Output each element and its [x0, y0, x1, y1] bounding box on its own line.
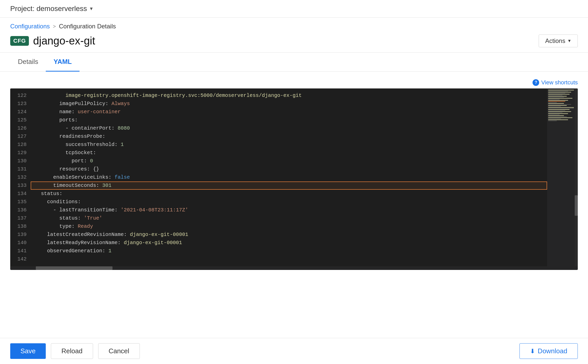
- project-label: Project: demoserverless: [10, 5, 87, 13]
- code-line-127: readinessProbe:: [31, 132, 547, 141]
- tab-yaml[interactable]: YAML: [46, 53, 79, 72]
- breadcrumb-link-configurations[interactable]: Configurations: [10, 23, 50, 30]
- ln-141: 141: [10, 247, 31, 255]
- code-line-123: imagePullPolicy: Always: [31, 100, 547, 108]
- bottom-left-actions: Save Reload Cancel: [10, 343, 140, 359]
- ln-134: 134: [10, 190, 31, 198]
- minimap: [547, 88, 578, 266]
- code-lines: image-registry.openshift-image-registry.…: [31, 88, 547, 266]
- ln-142: 142: [10, 255, 31, 263]
- code-line-141: observedGeneration: 1: [31, 247, 547, 255]
- page-title-row: CFG django-ex-git Actions ▼: [0, 32, 588, 53]
- ln-137: 137: [10, 214, 31, 222]
- ln-136: 136: [10, 206, 31, 214]
- code-line-124: name: user-container: [31, 108, 547, 116]
- top-bar: Project: demoserverless ▼: [0, 0, 588, 18]
- code-line-137: status: 'True': [31, 214, 547, 222]
- breadcrumb: Configurations > Configuration Details: [0, 18, 588, 32]
- project-selector[interactable]: Project: demoserverless ▼: [10, 5, 94, 13]
- h-scrollbar-thumb[interactable]: [36, 266, 112, 270]
- code-content: 122 123 124 125 126 127 128 129 130 131 …: [10, 88, 578, 266]
- tabs-row: Details YAML: [0, 53, 588, 72]
- code-line-138: type: Ready: [31, 222, 547, 231]
- code-line-142: [31, 255, 547, 263]
- code-line-128: successThreshold: 1: [31, 141, 547, 149]
- cancel-button[interactable]: Cancel: [98, 343, 140, 359]
- ln-131: 131: [10, 165, 31, 173]
- download-button[interactable]: ⬇ Download: [519, 343, 578, 359]
- save-button[interactable]: Save: [10, 343, 46, 359]
- scrollbar-track[interactable]: [575, 88, 578, 266]
- code-line-134: status:: [31, 190, 547, 198]
- ln-132: 132: [10, 173, 31, 181]
- page-title: django-ex-git: [33, 35, 95, 47]
- editor-container: ? View shortcuts 122 123 124 125 126 127…: [10, 79, 578, 270]
- ln-130: 130: [10, 157, 31, 165]
- ln-126: 126: [10, 124, 31, 132]
- ln-139: 139: [10, 231, 31, 239]
- actions-caret-icon: ▼: [567, 39, 571, 43]
- ln-125: 125: [10, 116, 31, 124]
- tab-details[interactable]: Details: [10, 53, 46, 72]
- ln-122: 122: [10, 92, 31, 100]
- code-line-129: tcpSocket:: [31, 149, 547, 157]
- horizontal-scrollbar[interactable]: [10, 266, 578, 270]
- chevron-down-icon: ▼: [89, 6, 94, 12]
- code-line-140: latestReadyRevisionName: django-ex-git-0…: [31, 239, 547, 247]
- cfg-badge: CFG: [10, 36, 29, 46]
- code-line-130: port: 0: [31, 157, 547, 165]
- actions-button[interactable]: Actions ▼: [539, 35, 578, 47]
- reload-button[interactable]: Reload: [51, 343, 93, 359]
- line-numbers: 122 123 124 125 126 127 128 129 130 131 …: [10, 88, 31, 266]
- code-editor[interactable]: 122 123 124 125 126 127 128 129 130 131 …: [10, 88, 578, 270]
- ln-140: 140: [10, 239, 31, 247]
- ln-123: 123: [10, 100, 31, 108]
- code-line-136: - lastTransitionTime: '2021-04-08T23:11:…: [31, 206, 547, 214]
- minimap-content: [547, 88, 578, 122]
- actions-label: Actions: [545, 37, 565, 44]
- bottom-toolbar: Save Reload Cancel ⬇ Download: [0, 338, 588, 364]
- breadcrumb-current: Configuration Details: [59, 23, 116, 30]
- help-icon: ?: [533, 79, 539, 86]
- ln-127: 127: [10, 132, 31, 141]
- code-line-132: enableServiceLinks: false: [31, 173, 547, 181]
- ln-138: 138: [10, 222, 31, 231]
- ln-133: 133: [10, 181, 31, 190]
- code-line-133: timeoutSeconds: 301: [31, 181, 547, 190]
- code-line-135: conditions:: [31, 198, 547, 206]
- ln-135: 135: [10, 198, 31, 206]
- code-line-131: resources: {}: [31, 165, 547, 173]
- download-label: Download: [538, 347, 567, 355]
- download-icon: ⬇: [530, 348, 535, 355]
- code-line-126: - containerPort: 8080: [31, 124, 547, 132]
- breadcrumb-separator: >: [53, 24, 56, 29]
- scrollbar-thumb[interactable]: [575, 195, 578, 216]
- page-title-left: CFG django-ex-git: [10, 35, 95, 47]
- code-line-122: image-registry.openshift-image-registry.…: [31, 92, 547, 100]
- code-line-139: latestCreatedRevisionName: django-ex-git…: [31, 231, 547, 239]
- ln-124: 124: [10, 108, 31, 116]
- ln-128: 128: [10, 141, 31, 149]
- code-line-125: ports:: [31, 116, 547, 124]
- view-shortcuts-label: View shortcuts: [541, 79, 578, 86]
- ln-129: 129: [10, 149, 31, 157]
- view-shortcuts-link[interactable]: ? View shortcuts: [10, 79, 578, 86]
